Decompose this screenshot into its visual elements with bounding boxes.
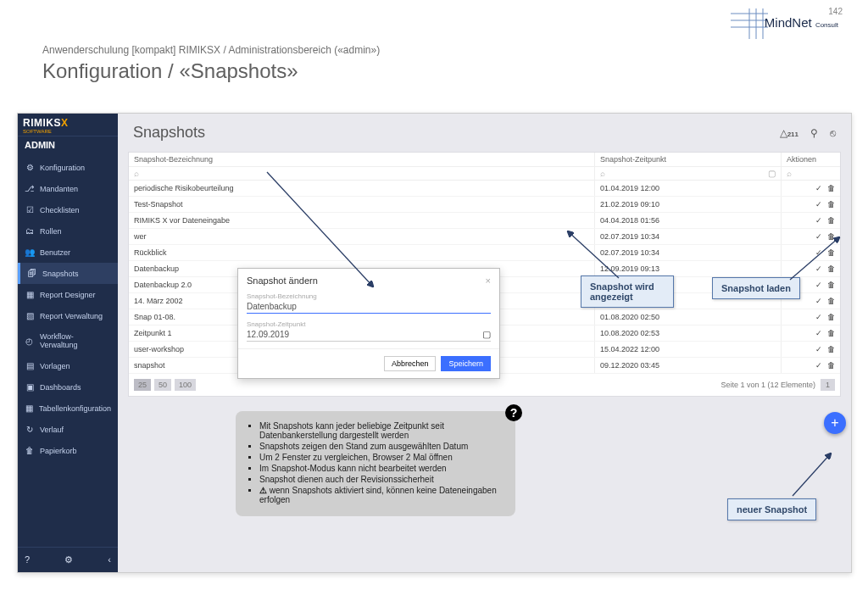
nav-label: Report Designer [40,291,96,299]
nav-label: Verlauf [40,426,64,434]
mindnet-grid-icon [731,8,768,39]
delete-snapshot-icon[interactable]: 🗑 [827,345,835,353]
nav-icon: ☑ [25,205,35,214]
load-snapshot-icon[interactable]: ✓ [815,200,822,209]
cell-time: 15.04.2022 12:00 [594,342,781,357]
table-row[interactable]: wer02.07.2019 10:34✓🗑 [129,229,840,245]
nav-label: Checklisten [40,206,80,214]
table-row[interactable]: RIMIKS X vor Dateneingabe04.04.2018 01:5… [129,213,840,229]
nav-label: Dashboards [40,383,81,392]
nav-icon: ⚙ [25,163,35,172]
sidebar-item-checklisten[interactable]: ☑Checklisten [18,199,118,220]
delete-snapshot-icon[interactable]: 🗑 [827,361,835,370]
cell-time: 01.04.2019 12:00 [594,181,781,196]
svg-line-9 [793,454,831,496]
load-snapshot-icon[interactable]: ✓ [815,345,822,353]
add-snapshot-button[interactable]: + [824,412,846,434]
load-snapshot-icon[interactable]: ✓ [815,216,822,225]
search-icon[interactable]: ⌕ [600,169,605,178]
nav-label: Konfiguration [40,164,85,172]
cancel-button[interactable]: Abbrechen [384,356,437,371]
search-icon[interactable]: ⌕ [134,169,139,178]
load-snapshot-icon[interactable]: ✓ [815,313,822,321]
nav-icon: ▧ [25,311,35,320]
snapshot-date-input[interactable] [247,328,479,341]
delete-snapshot-icon[interactable]: 🗑 [827,216,835,225]
sidebar-item-tabellenkonfiguration[interactable]: ▦Tabellenkonfiguration [18,398,118,419]
save-button[interactable]: Speichern [441,356,491,371]
nav-label: Mandanten [40,185,78,193]
sidebar-item-vorlagen[interactable]: ▤Vorlagen [18,355,118,376]
nav-icon: ◴ [25,337,35,346]
nav-icon: 🗑 [25,446,35,455]
help-bubble: ? Mit Snapshots kann jeder beliebige Zei… [236,411,515,516]
cell-time: 04.04.2018 01:56 [594,213,781,228]
settings-icon[interactable]: ⚙ [64,554,73,565]
sidebar-item-benutzer[interactable]: 👥Benutzer [18,242,118,263]
help-line: Um 2 Fenster zu vergleichen, Browser 2 M… [259,453,504,462]
page-size-100[interactable]: 100 [175,379,196,391]
slide-tagline: Anwenderschulung [kompakt] RIMIKSX / Adm… [42,44,380,56]
delete-snapshot-icon[interactable]: 🗑 [827,313,835,321]
col-header-actions: Aktionen [781,153,840,166]
slide-title: Konfiguration / «Snapshots» [42,59,380,83]
search-icon[interactable]: ⌕ [787,169,792,178]
sidebar-item-konfiguration[interactable]: ⚙Konfiguration [18,157,118,178]
load-snapshot-icon[interactable]: ✓ [815,297,822,305]
cell-time: 01.08.2020 02:50 [594,309,781,325]
mindnet-logo: MindNet Consult [765,15,838,30]
page-number-badge[interactable]: 1 [821,379,835,391]
nav-label: Snapshots [42,270,79,278]
delete-snapshot-icon[interactable]: 🗑 [827,200,835,209]
cell-time: 21.02.2019 09:10 [594,197,781,212]
col-header-label[interactable]: Snapshot-Bezeichnung [129,153,594,166]
page-size-25[interactable]: 25 [134,379,151,391]
calendar-icon[interactable]: ▢ [482,329,491,340]
callout-snapshot-load: Snapshot laden [712,277,800,299]
nav-label: Workflow-Verwaltung [40,332,111,349]
sidebar-item-dashboards[interactable]: ▣Dashboards [18,376,118,398]
nav-icon: ▦ [25,403,34,413]
pagination-summary: Seite 1 von 1 (12 Elemente) [721,381,815,389]
help-icon[interactable]: ? [25,554,30,565]
nav-label: Vorlagen [40,362,70,370]
load-snapshot-icon[interactable]: ✓ [815,361,822,370]
delete-snapshot-icon[interactable]: 🗑 [827,297,835,305]
sidebar-item-report-designer[interactable]: ▦Report Designer [18,284,118,305]
table-row[interactable]: periodische Risikobeurteilung01.04.2019 … [129,181,840,197]
callout-new-snapshot: neuer Snapshot [727,498,816,520]
help-line: Snapshot dienen auch der Revisionssicher… [259,475,504,484]
snapshot-name-input[interactable] [247,300,491,314]
sidebar-item-workflow-verwaltung[interactable]: ◴Workflow-Verwaltung [18,326,118,355]
help-line: Snapshots zeigen den Stand zum ausgewähl… [259,442,504,451]
collapse-icon[interactable]: ‹ [108,554,111,565]
svg-line-7 [568,231,619,278]
page-size-50[interactable]: 50 [154,379,171,391]
nav-label: Report Verwaltung [40,312,103,320]
help-badge-icon: ? [505,404,522,421]
share-icon[interactable]: ⚲ [810,127,818,139]
bell-icon[interactable]: △211 [780,127,798,139]
col-header-time[interactable]: Snapshot-Zeitpunkt [594,153,781,166]
arrow-callout-3 [788,449,839,500]
sidebar-item-rollen[interactable]: 🗂Rollen [18,220,118,242]
field-label-date: Snapshot-Zeitpunkt [247,320,491,328]
exit-icon[interactable]: ⎋ [830,127,836,139]
load-snapshot-icon[interactable]: ✓ [815,184,822,192]
table-row[interactable]: Test-Snapshot21.02.2019 09:10✓🗑 [129,197,840,213]
calendar-icon[interactable]: ▢ [768,169,776,178]
delete-snapshot-icon[interactable]: 🗑 [827,329,835,337]
table-row[interactable]: Rückblick02.07.2019 10:34✓🗑 [129,245,840,261]
close-icon[interactable]: × [486,275,491,286]
delete-snapshot-icon[interactable]: 🗑 [827,184,835,192]
svg-line-8 [790,237,839,280]
arrow-to-dialog [263,168,381,295]
sidebar-item-report-verwaltung[interactable]: ▧Report Verwaltung [18,305,118,326]
sidebar-item-mandanten[interactable]: ⎇Mandanten [18,178,118,199]
sidebar-item-papierkorb[interactable]: 🗑Papierkorb [18,440,118,461]
nav-label: Rollen [40,227,62,236]
sidebar-item-snapshots[interactable]: 🗐Snapshots [18,263,118,284]
sidebar-item-verlauf[interactable]: ↻Verlauf [18,419,118,440]
load-snapshot-icon[interactable]: ✓ [815,329,822,337]
cell-time: 09.12.2020 03:45 [594,358,781,373]
